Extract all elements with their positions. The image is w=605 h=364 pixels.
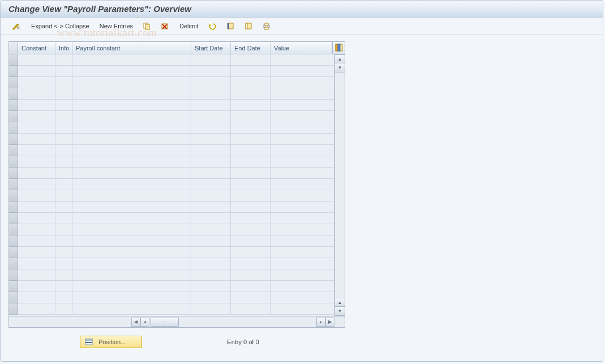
cell-end-date[interactable] <box>231 235 271 246</box>
row-selector[interactable] <box>9 54 18 66</box>
cell-value[interactable] <box>271 88 334 99</box>
row-selector[interactable] <box>9 145 18 156</box>
cell-start-date[interactable] <box>191 122 231 133</box>
cell-start-date[interactable] <box>191 247 231 258</box>
cell-constant[interactable] <box>18 77 55 88</box>
cell-info[interactable] <box>55 202 72 212</box>
cell-payroll-constant[interactable] <box>72 303 191 314</box>
cell-start-date[interactable] <box>191 292 231 303</box>
cell-end-date[interactable] <box>231 179 271 190</box>
expand-collapse-button[interactable]: Expand <-> Collapse <box>28 20 93 32</box>
cell-end-date[interactable] <box>231 258 271 269</box>
row-selector[interactable] <box>9 269 18 281</box>
cell-payroll-constant[interactable] <box>72 111 191 122</box>
cell-start-date[interactable] <box>191 54 231 65</box>
row-selector[interactable] <box>9 190 18 202</box>
delimit-button[interactable]: Delimit <box>176 20 202 32</box>
table-row[interactable] <box>9 122 334 134</box>
delete-button[interactable] <box>158 20 173 32</box>
scroll-right-step-button[interactable]: ▸ <box>316 318 325 327</box>
table-row[interactable] <box>9 134 334 145</box>
cell-start-date[interactable] <box>191 235 231 246</box>
row-selector[interactable] <box>9 134 18 145</box>
cell-start-date[interactable] <box>191 134 231 144</box>
cell-start-date[interactable] <box>191 145 231 156</box>
cell-end-date[interactable] <box>231 303 271 314</box>
cell-end-date[interactable] <box>231 88 271 99</box>
cell-payroll-constant[interactable] <box>72 281 191 292</box>
cell-end-date[interactable] <box>231 213 271 224</box>
cell-constant[interactable] <box>18 156 55 167</box>
row-selector[interactable] <box>9 247 18 258</box>
cell-payroll-constant[interactable] <box>72 235 191 246</box>
cell-start-date[interactable] <box>191 179 231 190</box>
cell-payroll-constant[interactable] <box>72 258 191 269</box>
column-header-payroll-constant[interactable]: Payroll constant <box>72 42 191 54</box>
table-row[interactable] <box>9 258 334 269</box>
cell-value[interactable] <box>271 54 334 65</box>
cell-constant[interactable] <box>18 292 55 303</box>
cell-end-date[interactable] <box>231 292 271 303</box>
row-selector[interactable] <box>9 224 18 235</box>
undo-button[interactable] <box>205 20 220 32</box>
position-button[interactable]: Position... <box>80 336 142 348</box>
cell-constant[interactable] <box>18 134 55 144</box>
cell-constant[interactable] <box>18 235 55 246</box>
cell-end-date[interactable] <box>231 66 271 76</box>
cell-value[interactable] <box>271 281 334 292</box>
cell-value[interactable] <box>271 235 334 246</box>
cell-value[interactable] <box>271 134 334 144</box>
cell-constant[interactable] <box>18 111 55 122</box>
cell-end-date[interactable] <box>231 54 271 65</box>
cell-start-date[interactable] <box>191 77 231 88</box>
cell-end-date[interactable] <box>231 111 271 122</box>
table-row[interactable] <box>9 281 334 292</box>
cell-value[interactable] <box>271 179 334 190</box>
cell-info[interactable] <box>55 54 72 65</box>
cell-value[interactable] <box>271 122 334 133</box>
cell-end-date[interactable] <box>231 190 271 201</box>
cell-constant[interactable] <box>18 66 55 76</box>
cell-constant[interactable] <box>18 168 55 178</box>
row-selector[interactable] <box>9 235 18 247</box>
cell-end-date[interactable] <box>231 168 271 178</box>
cell-payroll-constant[interactable] <box>72 134 191 144</box>
cell-start-date[interactable] <box>191 224 231 235</box>
cell-start-date[interactable] <box>191 88 231 99</box>
cell-end-date[interactable] <box>231 247 271 258</box>
row-selector[interactable] <box>9 88 18 100</box>
table-row[interactable] <box>9 213 334 224</box>
new-entries-button[interactable]: New Entries <box>96 20 136 32</box>
cell-constant[interactable] <box>18 190 55 201</box>
table-row[interactable] <box>9 190 334 202</box>
cell-info[interactable] <box>55 66 72 76</box>
cell-info[interactable] <box>55 258 72 269</box>
row-selector[interactable] <box>9 179 18 190</box>
row-selector[interactable] <box>9 292 18 303</box>
cell-value[interactable] <box>271 292 334 303</box>
cell-info[interactable] <box>55 292 72 303</box>
select-all-button[interactable] <box>224 20 238 32</box>
column-header-start-date[interactable]: Start Date <box>191 42 231 54</box>
cell-payroll-constant[interactable] <box>72 77 191 88</box>
scroll-right-button[interactable]: ▶ <box>325 318 334 327</box>
cell-constant[interactable] <box>18 213 55 224</box>
cell-constant[interactable] <box>18 122 55 133</box>
cell-info[interactable] <box>55 190 72 201</box>
cell-constant[interactable] <box>18 100 55 110</box>
cell-payroll-constant[interactable] <box>72 145 191 156</box>
table-row[interactable] <box>9 224 334 235</box>
row-selector-header[interactable] <box>9 42 18 54</box>
table-row[interactable] <box>9 156 334 168</box>
row-selector[interactable] <box>9 122 18 134</box>
cell-value[interactable] <box>271 145 334 156</box>
cell-constant[interactable] <box>18 303 55 314</box>
cell-constant[interactable] <box>18 202 55 212</box>
cell-payroll-constant[interactable] <box>72 156 191 167</box>
cell-info[interactable] <box>55 213 72 224</box>
column-header-constant[interactable]: Constant <box>18 42 55 54</box>
column-header-info[interactable]: Info <box>55 42 72 54</box>
cell-info[interactable] <box>55 247 72 258</box>
cell-start-date[interactable] <box>191 202 231 212</box>
cell-start-date[interactable] <box>191 269 231 280</box>
